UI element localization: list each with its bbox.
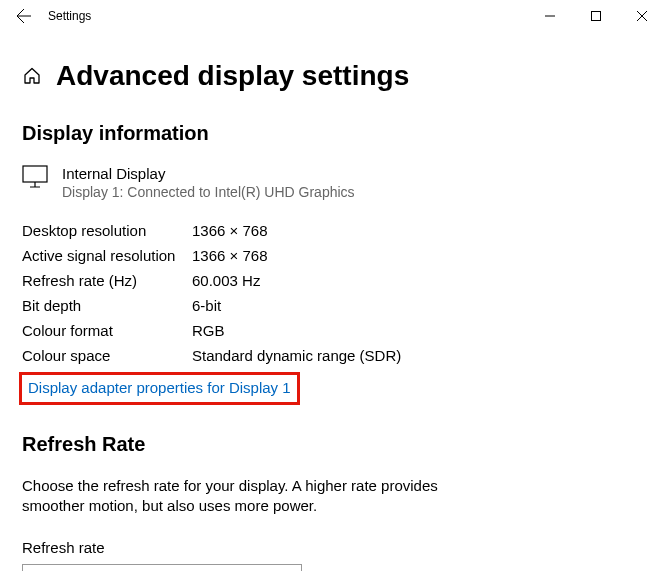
table-row: Bit depth 6-bit bbox=[22, 293, 637, 318]
maximize-button[interactable] bbox=[573, 0, 619, 32]
table-row: Colour space Standard dynamic range (SDR… bbox=[22, 343, 637, 368]
monitor-icon bbox=[22, 165, 48, 189]
table-row: Refresh rate (Hz) 60.003 Hz bbox=[22, 268, 637, 293]
maximize-icon bbox=[591, 11, 601, 21]
svg-rect-0 bbox=[592, 12, 601, 21]
svg-rect-1 bbox=[23, 166, 47, 182]
table-row: Colour format RGB bbox=[22, 318, 637, 343]
info-value: 1366 × 768 bbox=[192, 222, 268, 239]
info-value: Standard dynamic range (SDR) bbox=[192, 347, 401, 364]
titlebar: Settings bbox=[0, 0, 665, 32]
minimize-icon bbox=[545, 11, 555, 21]
minimize-button[interactable] bbox=[527, 0, 573, 32]
info-label: Refresh rate (Hz) bbox=[22, 272, 192, 289]
info-value: 6-bit bbox=[192, 297, 221, 314]
display-adapter-link[interactable]: Display adapter properties for Display 1 bbox=[28, 379, 291, 396]
back-button[interactable] bbox=[8, 0, 40, 32]
info-value: 1366 × 768 bbox=[192, 247, 268, 264]
close-button[interactable] bbox=[619, 0, 665, 32]
display-name: Internal Display bbox=[62, 165, 355, 182]
info-value: RGB bbox=[192, 322, 225, 339]
refresh-rate-dropdown[interactable]: 60.003 Hz bbox=[22, 564, 302, 572]
page-header: Advanced display settings bbox=[22, 60, 637, 92]
refresh-rate-field-label: Refresh rate bbox=[22, 539, 637, 556]
home-icon[interactable] bbox=[22, 66, 42, 86]
info-label: Desktop resolution bbox=[22, 222, 192, 239]
table-row: Desktop resolution 1366 × 768 bbox=[22, 218, 637, 243]
display-subtitle: Display 1: Connected to Intel(R) UHD Gra… bbox=[62, 184, 355, 200]
info-label: Bit depth bbox=[22, 297, 192, 314]
refresh-rate-heading: Refresh Rate bbox=[22, 433, 637, 456]
info-label: Colour format bbox=[22, 322, 192, 339]
arrow-left-icon bbox=[16, 8, 32, 24]
display-identity: Internal Display Display 1: Connected to… bbox=[22, 165, 637, 200]
refresh-rate-description: Choose the refresh rate for your display… bbox=[22, 476, 462, 517]
info-label: Colour space bbox=[22, 347, 192, 364]
window-title: Settings bbox=[48, 9, 91, 23]
info-value: 60.003 Hz bbox=[192, 272, 260, 289]
display-info-table: Desktop resolution 1366 × 768 Active sig… bbox=[22, 218, 637, 368]
highlight-box: Display adapter properties for Display 1 bbox=[19, 372, 300, 405]
close-icon bbox=[637, 11, 647, 21]
content-area: Advanced display settings Display inform… bbox=[0, 32, 665, 571]
display-info-heading: Display information bbox=[22, 122, 637, 145]
info-label: Active signal resolution bbox=[22, 247, 192, 264]
refresh-rate-section: Refresh Rate Choose the refresh rate for… bbox=[22, 433, 637, 571]
table-row: Active signal resolution 1366 × 768 bbox=[22, 243, 637, 268]
page-title: Advanced display settings bbox=[56, 60, 409, 92]
